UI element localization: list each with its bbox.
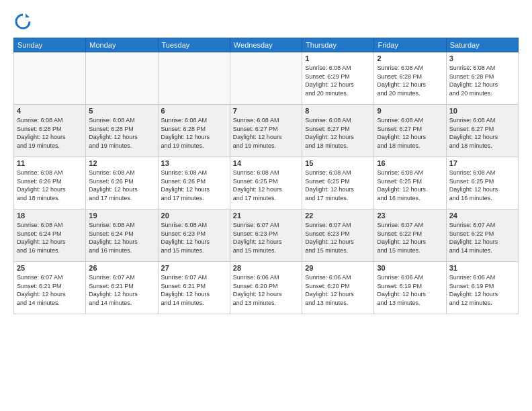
day-info: Sunrise: 6:07 AM Sunset: 6:23 PM Dayligh… [233, 221, 299, 255]
calendar-cell: 4Sunrise: 6:08 AM Sunset: 6:28 PM Daylig… [14, 105, 86, 157]
day-number: 19 [89, 212, 154, 220]
page: SundayMondayTuesdayWednesdayThursdayFrid… [0, 0, 532, 411]
week-row: 4Sunrise: 6:08 AM Sunset: 6:28 PM Daylig… [14, 105, 519, 157]
calendar-cell: 20Sunrise: 6:08 AM Sunset: 6:23 PM Dayli… [158, 210, 230, 262]
day-number: 13 [161, 159, 227, 167]
day-number: 2 [377, 54, 443, 62]
calendar-cell: 23Sunrise: 6:07 AM Sunset: 6:22 PM Dayli… [374, 210, 446, 262]
calendar-cell: 13Sunrise: 6:08 AM Sunset: 6:26 PM Dayli… [158, 157, 230, 210]
day-number: 7 [233, 107, 299, 115]
day-info: Sunrise: 6:08 AM Sunset: 6:28 PM Dayligh… [449, 64, 515, 97]
day-info: Sunrise: 6:08 AM Sunset: 6:25 PM Dayligh… [377, 169, 443, 202]
day-info: Sunrise: 6:08 AM Sunset: 6:28 PM Dayligh… [161, 116, 227, 150]
day-info: Sunrise: 6:08 AM Sunset: 6:28 PM Dayligh… [17, 116, 83, 150]
day-number: 4 [17, 107, 83, 115]
day-info: Sunrise: 6:07 AM Sunset: 6:22 PM Dayligh… [449, 221, 515, 255]
day-number: 9 [377, 107, 443, 115]
day-info: Sunrise: 6:06 AM Sunset: 6:20 PM Dayligh… [305, 273, 371, 307]
day-info: Sunrise: 6:08 AM Sunset: 6:26 PM Dayligh… [161, 169, 227, 202]
calendar-cell: 31Sunrise: 6:06 AM Sunset: 6:19 PM Dayli… [446, 262, 518, 314]
day-number: 29 [305, 264, 371, 272]
day-info: Sunrise: 6:06 AM Sunset: 6:20 PM Dayligh… [233, 273, 299, 307]
day-info: Sunrise: 6:06 AM Sunset: 6:19 PM Dayligh… [377, 273, 443, 307]
day-info: Sunrise: 6:07 AM Sunset: 6:21 PM Dayligh… [89, 273, 154, 307]
weekday-header: Monday [86, 38, 158, 52]
weekday-header-row: SundayMondayTuesdayWednesdayThursdayFrid… [14, 38, 519, 52]
calendar-cell: 25Sunrise: 6:07 AM Sunset: 6:21 PM Dayli… [14, 262, 86, 314]
day-info: Sunrise: 6:08 AM Sunset: 6:25 PM Dayligh… [449, 169, 515, 202]
calendar-cell: 29Sunrise: 6:06 AM Sunset: 6:20 PM Dayli… [302, 262, 374, 314]
day-number: 12 [89, 159, 154, 167]
weekday-header: Sunday [14, 38, 86, 52]
day-info: Sunrise: 6:06 AM Sunset: 6:19 PM Dayligh… [449, 273, 515, 307]
day-number: 31 [449, 264, 515, 272]
calendar-cell: 14Sunrise: 6:08 AM Sunset: 6:25 PM Dayli… [230, 157, 302, 210]
calendar-cell: 1Sunrise: 6:08 AM Sunset: 6:29 PM Daylig… [302, 52, 374, 105]
calendar-cell: 9Sunrise: 6:08 AM Sunset: 6:27 PM Daylig… [374, 105, 446, 157]
calendar-cell: 22Sunrise: 6:07 AM Sunset: 6:23 PM Dayli… [302, 210, 374, 262]
day-number: 8 [305, 107, 371, 115]
calendar-cell: 21Sunrise: 6:07 AM Sunset: 6:23 PM Dayli… [230, 210, 302, 262]
calendar-cell: 19Sunrise: 6:08 AM Sunset: 6:24 PM Dayli… [86, 210, 158, 262]
calendar-cell: 5Sunrise: 6:08 AM Sunset: 6:28 PM Daylig… [86, 105, 158, 157]
day-info: Sunrise: 6:08 AM Sunset: 6:25 PM Dayligh… [233, 169, 299, 202]
calendar: SundayMondayTuesdayWednesdayThursdayFrid… [13, 38, 519, 314]
day-info: Sunrise: 6:08 AM Sunset: 6:26 PM Dayligh… [89, 169, 154, 202]
calendar-cell: 2Sunrise: 6:08 AM Sunset: 6:28 PM Daylig… [374, 52, 446, 105]
day-number: 24 [449, 212, 515, 220]
calendar-cell: 27Sunrise: 6:07 AM Sunset: 6:21 PM Dayli… [158, 262, 230, 314]
day-number: 30 [377, 264, 443, 272]
day-info: Sunrise: 6:08 AM Sunset: 6:27 PM Dayligh… [377, 116, 443, 150]
day-number: 20 [161, 212, 227, 220]
logo [13, 12, 35, 31]
calendar-cell: 17Sunrise: 6:08 AM Sunset: 6:25 PM Dayli… [446, 157, 518, 210]
weekday-header: Thursday [302, 38, 374, 52]
week-row: 18Sunrise: 6:08 AM Sunset: 6:24 PM Dayli… [14, 210, 519, 262]
day-info: Sunrise: 6:08 AM Sunset: 6:24 PM Dayligh… [89, 221, 154, 255]
weekday-header: Saturday [446, 38, 518, 52]
calendar-cell: 11Sunrise: 6:08 AM Sunset: 6:26 PM Dayli… [14, 157, 86, 210]
day-info: Sunrise: 6:08 AM Sunset: 6:25 PM Dayligh… [305, 169, 371, 202]
day-number: 16 [377, 159, 443, 167]
day-info: Sunrise: 6:08 AM Sunset: 6:26 PM Dayligh… [17, 169, 83, 202]
day-number: 18 [17, 212, 83, 220]
day-number: 27 [161, 264, 227, 272]
day-info: Sunrise: 6:07 AM Sunset: 6:21 PM Dayligh… [161, 273, 227, 307]
day-info: Sunrise: 6:07 AM Sunset: 6:21 PM Dayligh… [17, 273, 83, 307]
day-number: 15 [305, 159, 371, 167]
day-number: 25 [17, 264, 83, 272]
calendar-cell: 16Sunrise: 6:08 AM Sunset: 6:25 PM Dayli… [374, 157, 446, 210]
weekday-header: Wednesday [230, 38, 302, 52]
day-number: 17 [449, 159, 515, 167]
calendar-cell [86, 52, 158, 105]
header [13, 12, 519, 31]
week-row: 11Sunrise: 6:08 AM Sunset: 6:26 PM Dayli… [14, 157, 519, 210]
calendar-cell: 8Sunrise: 6:08 AM Sunset: 6:27 PM Daylig… [302, 105, 374, 157]
day-info: Sunrise: 6:08 AM Sunset: 6:28 PM Dayligh… [377, 64, 443, 97]
day-info: Sunrise: 6:08 AM Sunset: 6:23 PM Dayligh… [161, 221, 227, 255]
day-number: 1 [305, 54, 371, 62]
day-number: 28 [233, 264, 299, 272]
week-row: 25Sunrise: 6:07 AM Sunset: 6:21 PM Dayli… [14, 262, 519, 314]
day-info: Sunrise: 6:08 AM Sunset: 6:29 PM Dayligh… [305, 64, 371, 97]
day-info: Sunrise: 6:08 AM Sunset: 6:27 PM Dayligh… [305, 116, 371, 150]
day-number: 22 [305, 212, 371, 220]
calendar-cell: 10Sunrise: 6:08 AM Sunset: 6:27 PM Dayli… [446, 105, 518, 157]
weekday-header: Tuesday [158, 38, 230, 52]
calendar-cell [14, 52, 86, 105]
day-info: Sunrise: 6:07 AM Sunset: 6:22 PM Dayligh… [377, 221, 443, 255]
calendar-cell: 12Sunrise: 6:08 AM Sunset: 6:26 PM Dayli… [86, 157, 158, 210]
day-number: 21 [233, 212, 299, 220]
calendar-cell: 26Sunrise: 6:07 AM Sunset: 6:21 PM Dayli… [86, 262, 158, 314]
day-number: 14 [233, 159, 299, 167]
day-number: 11 [17, 159, 83, 167]
calendar-cell: 30Sunrise: 6:06 AM Sunset: 6:19 PM Dayli… [374, 262, 446, 314]
weekday-header: Friday [374, 38, 446, 52]
day-number: 10 [449, 107, 515, 115]
calendar-cell: 18Sunrise: 6:08 AM Sunset: 6:24 PM Dayli… [14, 210, 86, 262]
day-info: Sunrise: 6:07 AM Sunset: 6:23 PM Dayligh… [305, 221, 371, 255]
day-number: 6 [161, 107, 227, 115]
day-info: Sunrise: 6:08 AM Sunset: 6:28 PM Dayligh… [89, 116, 154, 150]
day-info: Sunrise: 6:08 AM Sunset: 6:27 PM Dayligh… [449, 116, 515, 150]
calendar-cell [158, 52, 230, 105]
